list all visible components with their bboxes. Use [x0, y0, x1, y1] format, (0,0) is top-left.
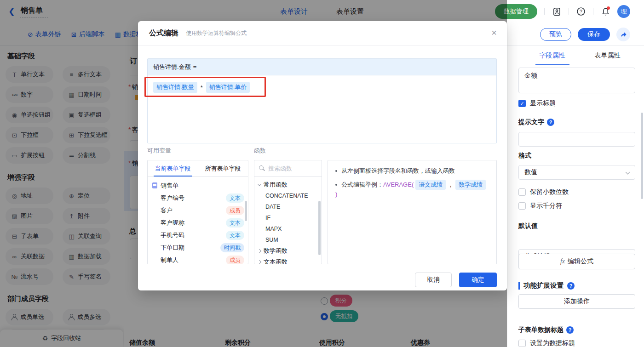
form-icon [152, 182, 157, 188]
tab-all-form-fields[interactable]: 所有表单字段 [198, 160, 248, 176]
scrollbar[interactable] [318, 201, 321, 255]
chevron-down-icon [258, 182, 261, 186]
app: ❮ 销售单 表单设计 表单设置 数据管理 ? 理 ⊘ [0, 0, 644, 347]
type-tag: 成员 [226, 206, 244, 215]
notification-dot [607, 6, 610, 10]
type-tag: 时间戳 [220, 243, 244, 252]
type-tag: 文本 [226, 193, 244, 203]
set-data-title-row: 设置为数据标题 [518, 339, 635, 347]
function-group[interactable]: 数学函数 [254, 245, 322, 256]
set-data-title-checkbox[interactable] [518, 340, 526, 347]
dialog-subtitle: 使用数学运算符编辑公式 [186, 29, 247, 37]
thousand-row: 显示千分符 [518, 202, 635, 210]
annotation-highlight [144, 77, 266, 97]
share-button[interactable] [616, 28, 630, 41]
tab-field-properties[interactable]: 字段属性 [540, 46, 565, 65]
contacts-icon[interactable] [552, 6, 562, 17]
tab-current-form-fields[interactable]: 当前表单字段 [148, 160, 198, 176]
formula-target: 销售详情.金额= [148, 59, 496, 75]
cancel-button[interactable]: 取消 [415, 273, 452, 287]
scrollbar[interactable] [245, 201, 247, 221]
thousand-checkbox[interactable] [518, 202, 526, 210]
help-icon[interactable]: ? [567, 282, 575, 290]
form-node[interactable]: 销售单 [148, 179, 248, 192]
format-label: 格式 [518, 152, 635, 160]
avatar[interactable]: 理 [617, 5, 630, 18]
save-button[interactable]: 保存 [578, 28, 610, 41]
help-icon[interactable]: ? [566, 326, 574, 334]
extension-settings-label: 功能扩展设置 ? [518, 281, 635, 290]
decimal-checkbox[interactable] [518, 188, 526, 196]
variables-label: 可用变量 [147, 147, 171, 155]
type-tag: 成员 [226, 256, 244, 265]
function-item[interactable]: DATE [254, 201, 322, 212]
divider [569, 8, 569, 15]
show-title-checkbox[interactable]: ✓ [518, 100, 526, 107]
confirm-button[interactable]: 确定 [459, 273, 497, 287]
function-item[interactable]: IF [254, 212, 322, 223]
function-group[interactable]: 文本函数 [254, 256, 322, 264]
variable-row[interactable]: 下单日期时间戳 [148, 241, 248, 254]
property-panel: 字段属性 表单属性 金额 ✓ 显示标题 提示文字? 格式 数值 保留小数位数 显… [507, 46, 644, 347]
edit-formula-button[interactable]: fx 编辑公式 [518, 254, 635, 269]
functions-panel: 常用函数 CONCATENATE DATE IF MAPX SUM 数学函数 文… [254, 160, 322, 264]
help-icon[interactable]: ? [547, 119, 554, 126]
svg-text:?: ? [580, 9, 582, 14]
add-action-button[interactable]: 添加操作 [518, 294, 635, 309]
function-search[interactable] [254, 160, 322, 177]
show-title-row: ✓ 显示标题 [518, 99, 635, 108]
variable-row[interactable]: 手机号码文本 [148, 229, 248, 241]
notification-bell-icon[interactable] [600, 6, 610, 17]
help-icon[interactable]: ? [576, 6, 586, 17]
functions-label: 函数 [254, 147, 266, 155]
close-icon[interactable]: × [491, 28, 497, 38]
function-group[interactable]: 常用函数 [254, 179, 322, 190]
tab-form-properties[interactable]: 表单属性 [595, 46, 621, 65]
divider [544, 8, 545, 15]
variables-panel: 当前表单字段 所有表单字段 销售单 客户编号文本 客户成员 客户昵称文本 手机号… [147, 160, 248, 264]
variable-row[interactable]: 客户成员 [148, 204, 248, 216]
hint-input[interactable] [518, 132, 635, 147]
field-title-input[interactable]: 金额 [518, 68, 635, 93]
function-item[interactable]: SUM [254, 234, 322, 245]
formula-edit-dialog: 公式编辑 使用数学运算符编辑公式 × 销售详情.金额= 销售详情.数量 * 销售… [138, 21, 507, 290]
hint-label: 提示文字? [518, 118, 635, 126]
decimal-row: 保留小数位数 [518, 188, 635, 196]
default-value-label: 默认值 [518, 222, 635, 230]
chevron-right-icon [258, 249, 261, 253]
search-input[interactable] [268, 165, 314, 172]
type-tag: 文本 [226, 218, 244, 228]
help-line: 从左侧面板选择字段名和函数，或输入函数 [335, 166, 489, 176]
scrollbar[interactable] [641, 113, 643, 199]
search-icon [259, 165, 265, 171]
fx-icon: fx [560, 258, 565, 265]
preview-button[interactable]: 预览 [540, 28, 571, 41]
function-item[interactable]: MAPX [254, 223, 322, 234]
variable-row[interactable]: 客户昵称文本 [148, 216, 248, 229]
variable-row[interactable]: 客户编号文本 [148, 192, 248, 204]
variable-row[interactable]: 制单人成员 [148, 254, 248, 264]
formula-editor[interactable]: 销售详情.金额= 销售详情.数量 * 销售详情.单价 [147, 58, 497, 143]
help-line: 公式编辑举例：AVERAGE(语文成绩，数学成绩) [335, 180, 489, 199]
chevron-right-icon [258, 260, 261, 264]
section-bar [518, 282, 520, 290]
function-item[interactable]: CONCATENATE [254, 190, 322, 201]
subform-data-title-label: 子表单数据标题? [518, 326, 635, 334]
divider [593, 8, 593, 15]
type-tag: 文本 [226, 231, 244, 240]
help-panel: 从左侧面板选择字段名和函数，或输入函数 公式编辑举例：AVERAGE(语文成绩，… [328, 160, 497, 264]
chevron-down-icon [626, 170, 630, 175]
format-select[interactable]: 数值 [518, 165, 635, 180]
dialog-title: 公式编辑 [149, 28, 178, 38]
